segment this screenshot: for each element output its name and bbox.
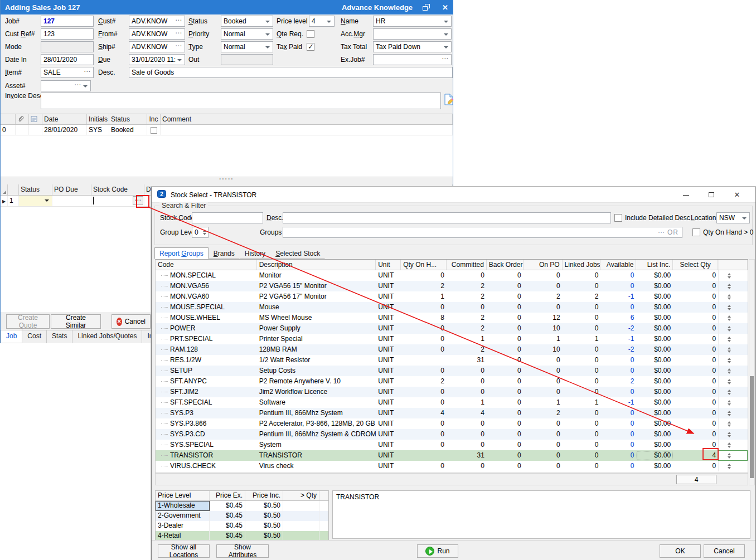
cell-select-qty[interactable]: 0 xyxy=(673,323,718,334)
stock-lookup-ellipsis-button[interactable]: ⋯ xyxy=(133,196,143,205)
stock-row[interactable]: SFT.ANYPCP2 Remote Anywhere V. 10UNIT200… xyxy=(156,376,748,387)
description-header[interactable]: Description xyxy=(257,260,376,270)
inc-header[interactable]: Inc xyxy=(147,114,161,124)
cust-ref-field[interactable]: 123 xyxy=(41,28,94,40)
cell-select-qty[interactable]: 0 xyxy=(673,313,718,323)
cell-select-qty[interactable]: 0 xyxy=(673,281,718,291)
ellipsis-icon[interactable]: ⋯ xyxy=(442,55,449,62)
stock-row[interactable]: MON.SPECIALMonitorUNIT000000$0.000 xyxy=(156,270,748,281)
scrollbar-thumb[interactable] xyxy=(750,376,754,478)
qty-spinner[interactable] xyxy=(718,313,748,323)
ship-field[interactable]: ADV.KNOW⋯ xyxy=(129,41,185,52)
ellipsis-icon[interactable]: ⋯ xyxy=(175,42,182,50)
qty-spinner[interactable] xyxy=(718,334,748,344)
qty-spinner[interactable] xyxy=(718,461,748,471)
stock-row[interactable]: MOUSE.WHEELMS Wheel MouseUNIT8201206$0.0… xyxy=(156,313,748,323)
include-detailed-checkbox[interactable] xyxy=(614,214,622,222)
invoice-desc-field[interactable] xyxy=(41,92,441,109)
comment-header[interactable]: Comment xyxy=(161,114,453,124)
available-header[interactable]: Available xyxy=(600,260,636,270)
stock-row[interactable]: SYS.P3.CDPentium III, 866Mhz System & CD… xyxy=(156,429,748,440)
on-po-header[interactable]: On PO xyxy=(524,260,563,270)
date-header[interactable]: Date xyxy=(42,114,87,124)
price-inc-header[interactable]: Price Inc. xyxy=(245,491,283,500)
create-similar-button[interactable]: Create Similar xyxy=(51,314,101,329)
unit-header[interactable]: Unit xyxy=(376,260,401,270)
asset-combo[interactable]: ⋯ xyxy=(41,80,91,91)
vertical-scrollbar[interactable] xyxy=(749,259,755,485)
po-due-cell[interactable] xyxy=(52,196,91,206)
create-quote-button[interactable]: Create Quote xyxy=(6,314,50,329)
stock-row[interactable]: TRANSISTORTRANSISTORUNIT310000$0.004 xyxy=(156,450,748,461)
stock-row[interactable]: VIRUS.CHECKVirus checkUNIT000000$0.000 xyxy=(156,461,748,471)
stock-row[interactable]: RES.1/2W1/2 Watt ResistorUNIT310000$0.00… xyxy=(156,355,748,366)
ellipsis-icon[interactable]: ⋯ xyxy=(175,16,182,24)
stock-row[interactable]: SYS.P3.866P2 Accelerator, P3-866, 128MB,… xyxy=(156,418,748,429)
stock-code-cell[interactable]: ⋯ xyxy=(91,196,144,206)
tab-stats[interactable]: Stats xyxy=(47,330,72,343)
qty-spinner[interactable] xyxy=(718,270,748,281)
restore-icon[interactable] xyxy=(423,4,430,11)
select-all-corner[interactable] xyxy=(1,184,8,195)
select-qty-header[interactable]: Select Qty xyxy=(673,260,718,270)
ex-job-field[interactable]: ⋯ xyxy=(373,54,452,65)
close-icon[interactable]: ✕ xyxy=(442,3,448,12)
ok-button[interactable]: OK xyxy=(660,544,701,558)
stock-row[interactable]: SFT.SPECIALSoftwareUNIT01011-1$0.000 xyxy=(156,397,748,408)
stock-row[interactable]: RAM.128128MB RAMUNIT020100-2$0.000 xyxy=(156,344,748,355)
type-combo[interactable]: Normal xyxy=(221,41,273,52)
stock-row[interactable]: MON.VGA60P2 VGA56 17" MonitorUNIT12022-1… xyxy=(156,291,748,302)
inc-checkbox[interactable] xyxy=(151,127,157,134)
tab-linked-jobs-quotes[interactable]: Linked Jobs/Quotes xyxy=(72,330,142,343)
history-row[interactable]: 0 28/01/2020 SYS Booked xyxy=(1,125,453,135)
qty-spinner[interactable] xyxy=(718,387,748,397)
groups-input[interactable]: ⋯ OR xyxy=(283,227,682,238)
stock-code-header[interactable]: Stock Code xyxy=(91,184,144,195)
code-header[interactable]: Code xyxy=(156,260,257,270)
list-inc-header[interactable]: List Inc. xyxy=(636,260,673,270)
qty-spinner[interactable] xyxy=(718,281,748,291)
cell-select-qty[interactable]: 0 xyxy=(673,387,718,397)
qty-spinner[interactable] xyxy=(718,344,748,355)
cell-select-qty[interactable]: 4 xyxy=(673,450,718,461)
show-all-locations-button[interactable]: Show all Locations xyxy=(158,544,210,558)
tab-brands[interactable]: Brands xyxy=(209,247,240,259)
run-button[interactable]: Run xyxy=(417,544,458,558)
qty-spinner[interactable] xyxy=(718,397,748,408)
qty-spinner[interactable] xyxy=(718,291,748,302)
qty-spinner[interactable] xyxy=(718,408,748,418)
price-level-header[interactable]: Price Level xyxy=(156,491,210,500)
cell-select-qty[interactable]: 0 xyxy=(673,429,718,440)
cell-select-qty[interactable]: 0 xyxy=(673,408,718,418)
qty-spinner[interactable] xyxy=(718,429,748,440)
stock-row[interactable]: POWERPower SupplyUNIT020100-2$0.000 xyxy=(156,323,748,334)
desc-search-input[interactable] xyxy=(283,212,611,223)
ellipsis-icon[interactable]: ⋯ xyxy=(74,81,81,89)
dialog-cancel-button[interactable]: Cancel xyxy=(704,544,745,558)
qty-spinner[interactable] xyxy=(718,418,748,429)
cell-select-qty[interactable]: 0 xyxy=(673,344,718,355)
tab-report-groups[interactable]: Report Groups xyxy=(154,247,209,259)
stock-row[interactable]: SYS.SPECIALSystemUNIT000000$0.000 xyxy=(156,440,748,450)
minimize-icon[interactable] xyxy=(673,191,699,199)
maximize-icon[interactable] xyxy=(699,191,724,199)
tab-selected-stock[interactable]: Selected Stock xyxy=(270,247,325,259)
tab-history[interactable]: History xyxy=(240,247,270,259)
inc-cell[interactable] xyxy=(147,125,161,135)
cell-select-qty[interactable]: 0 xyxy=(673,418,718,429)
qty-spinner[interactable] xyxy=(718,376,748,387)
qty-spinner[interactable] xyxy=(718,355,748,366)
qty-spinner[interactable] xyxy=(718,323,748,334)
name-combo[interactable]: HR xyxy=(373,16,452,27)
cell-select-qty[interactable]: 0 xyxy=(673,366,718,376)
cell-select-qty[interactable]: 0 xyxy=(673,440,718,450)
status-header[interactable]: Status xyxy=(109,114,147,124)
initials-header[interactable]: Initials xyxy=(87,114,109,124)
job-window-titlebar[interactable]: Adding Sales Job 127 Advance Knowledge ✕ xyxy=(1,0,453,14)
back-order-header[interactable]: Back Order xyxy=(487,260,524,270)
acc-mgr-combo[interactable] xyxy=(373,28,452,40)
from-field[interactable]: ADV.KNOW⋯ xyxy=(129,28,185,40)
splitter-handle[interactable]: ····· xyxy=(1,177,453,184)
qty-spinner[interactable] xyxy=(718,440,748,450)
ellipsis-icon[interactable]: ⋯ xyxy=(175,29,182,37)
